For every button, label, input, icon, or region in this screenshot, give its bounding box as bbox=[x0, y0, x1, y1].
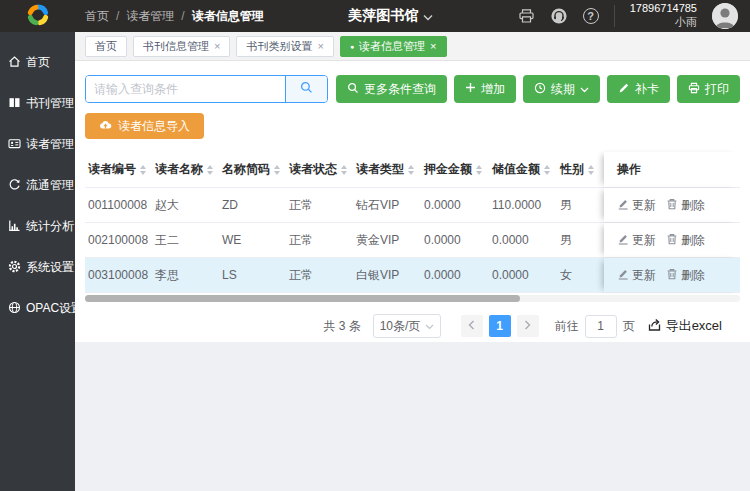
cell-actions: 更新 删除 bbox=[604, 188, 740, 222]
sort-carets-icon[interactable] bbox=[544, 165, 550, 175]
action-label: 删除 bbox=[681, 197, 705, 214]
update-link[interactable]: 更新 bbox=[617, 197, 656, 214]
chevron-down-icon bbox=[425, 319, 434, 333]
cell-gender: 男 bbox=[557, 232, 604, 249]
pagination-bar: 共 3 条 10条/页 bbox=[85, 314, 740, 338]
search-button[interactable] bbox=[285, 76, 327, 102]
table-row[interactable]: 001100008 赵大 ZD 正常 钻石VIP 0.0000 110.0000… bbox=[85, 188, 740, 223]
export-excel-button[interactable]: 导出excel bbox=[647, 317, 722, 335]
tab-label: 书刊信息管理 bbox=[143, 39, 209, 54]
sort-carets-icon[interactable] bbox=[207, 165, 213, 175]
column-label: 名称简码 bbox=[222, 161, 270, 178]
table-row-selected[interactable]: 003100008 李思 LS 正常 白银VIP 0.0000 0.0000 女 bbox=[85, 258, 740, 293]
sidebar-item-home[interactable]: 首页 bbox=[0, 42, 75, 83]
cell-name: 李思 bbox=[152, 267, 219, 284]
sort-carets-icon[interactable] bbox=[274, 165, 280, 175]
goto-page-input[interactable] bbox=[585, 315, 617, 338]
sidebar-item-books[interactable]: 书刊管理 bbox=[0, 83, 75, 124]
column-header[interactable]: 性别 bbox=[557, 161, 604, 178]
more-query-button[interactable]: 更多条件查询 bbox=[336, 75, 447, 103]
close-icon[interactable]: × bbox=[317, 41, 323, 52]
customer-service-icon[interactable] bbox=[550, 7, 568, 25]
sidebar-item-opac[interactable]: OPAC设置 bbox=[0, 288, 75, 329]
sort-carets-icon[interactable] bbox=[140, 165, 146, 175]
print-icon[interactable] bbox=[518, 8, 535, 24]
book-icon bbox=[8, 96, 21, 112]
update-link[interactable]: 更新 bbox=[617, 267, 656, 284]
logo-swirl-icon bbox=[27, 4, 49, 29]
delete-link[interactable]: 删除 bbox=[666, 232, 705, 249]
table-header-row: 读者编号 读者名称 名称简码 读者状态 bbox=[85, 152, 740, 188]
top-header: 首页 / 读者管理 / 读者信息管理 美萍图书馆 bbox=[0, 0, 750, 32]
delete-link[interactable]: 删除 bbox=[666, 197, 705, 214]
tab-bar: 首页 书刊信息管理 × 书刊类别设置 × ● 读者信息管理 × bbox=[75, 32, 750, 61]
chevron-left-icon bbox=[468, 319, 475, 333]
goto-page-group: 前往 页 bbox=[555, 315, 635, 338]
chevron-down-icon bbox=[423, 8, 433, 24]
reader-import-button[interactable]: 读者信息导入 bbox=[85, 113, 204, 139]
cell-reader-id: 001100008 bbox=[85, 198, 152, 212]
sort-carets-icon[interactable] bbox=[408, 165, 414, 175]
replace-card-button[interactable]: 补卡 bbox=[607, 75, 670, 103]
tab-reader-info[interactable]: ● 读者信息管理 × bbox=[340, 36, 447, 57]
tab-book-category[interactable]: 书刊类别设置 × bbox=[236, 36, 333, 57]
column-header[interactable]: 储值金额 bbox=[489, 161, 557, 178]
breadcrumb-reader-mgmt[interactable]: 读者管理 bbox=[126, 8, 174, 25]
prev-page-button[interactable] bbox=[461, 315, 483, 337]
chevron-down-icon bbox=[580, 82, 589, 96]
cell-actions: 更新 删除 bbox=[604, 258, 740, 292]
delete-link[interactable]: 删除 bbox=[666, 267, 705, 284]
sidebar-item-statistics[interactable]: 统计分析 bbox=[0, 206, 75, 247]
library-switcher[interactable]: 美萍图书馆 bbox=[348, 7, 433, 25]
search-input[interactable] bbox=[86, 76, 285, 102]
table-row[interactable]: 002100008 王二 WE 正常 黄金VIP 0.0000 0.0000 男 bbox=[85, 223, 740, 258]
tab-home[interactable]: 首页 bbox=[85, 36, 127, 57]
renew-button[interactable]: 续期 bbox=[523, 75, 600, 103]
page-number-button[interactable]: 1 bbox=[489, 315, 511, 337]
print-button[interactable]: 打印 bbox=[677, 75, 740, 103]
cell-deposit: 0.0000 bbox=[421, 268, 489, 282]
next-page-button[interactable] bbox=[517, 315, 539, 337]
home-icon bbox=[8, 55, 21, 71]
column-header[interactable]: 名称简码 bbox=[219, 161, 286, 178]
edit-pen-icon bbox=[617, 268, 629, 283]
sidebar-item-label: 读者管理 bbox=[26, 136, 74, 153]
action-label: 删除 bbox=[681, 232, 705, 249]
sidebar-item-label: 流通管理 bbox=[26, 177, 74, 194]
add-button[interactable]: 增加 bbox=[454, 75, 516, 103]
plus-icon bbox=[465, 82, 476, 96]
button-label: 打印 bbox=[705, 81, 729, 98]
action-label: 更新 bbox=[632, 267, 656, 284]
tab-book-info[interactable]: 书刊信息管理 × bbox=[133, 36, 230, 57]
horizontal-scrollbar-track bbox=[85, 295, 740, 302]
sidebar-item-circulation[interactable]: 流通管理 bbox=[0, 165, 75, 206]
close-icon[interactable]: × bbox=[430, 41, 436, 52]
tab-label: 读者信息管理 bbox=[359, 39, 425, 54]
horizontal-scrollbar-thumb[interactable] bbox=[85, 295, 520, 302]
update-link[interactable]: 更新 bbox=[617, 232, 656, 249]
search-group bbox=[85, 75, 328, 103]
cell-reader-id: 002100008 bbox=[85, 233, 152, 247]
page-size-select[interactable]: 10条/页 bbox=[373, 314, 441, 338]
breadcrumb-home[interactable]: 首页 bbox=[85, 8, 109, 25]
app-logo[interactable] bbox=[0, 4, 75, 29]
cell-name: 赵大 bbox=[152, 197, 219, 214]
sidebar-item-settings[interactable]: 系统设置 bbox=[0, 247, 75, 288]
reader-card-icon bbox=[8, 137, 21, 153]
column-header[interactable]: 读者类型 bbox=[353, 161, 421, 178]
sidebar-item-readers[interactable]: 读者管理 bbox=[0, 124, 75, 165]
sort-carets-icon[interactable] bbox=[341, 165, 347, 175]
cell-short-code: LS bbox=[219, 268, 286, 282]
help-icon[interactable]: ? bbox=[583, 8, 599, 24]
column-header[interactable]: 押金金额 bbox=[421, 161, 489, 178]
active-dot-icon: ● bbox=[350, 43, 354, 50]
sort-carets-icon[interactable] bbox=[476, 165, 482, 175]
cell-name: 王二 bbox=[152, 232, 219, 249]
sidebar: 首页 书刊管理 bbox=[0, 32, 75, 491]
column-header[interactable]: 读者状态 bbox=[286, 161, 353, 178]
close-icon[interactable]: × bbox=[214, 41, 220, 52]
column-header[interactable]: 读者名称 bbox=[152, 161, 219, 178]
sort-carets-icon[interactable] bbox=[588, 165, 594, 175]
column-header[interactable]: 读者编号 bbox=[85, 161, 152, 178]
avatar[interactable] bbox=[712, 3, 738, 29]
